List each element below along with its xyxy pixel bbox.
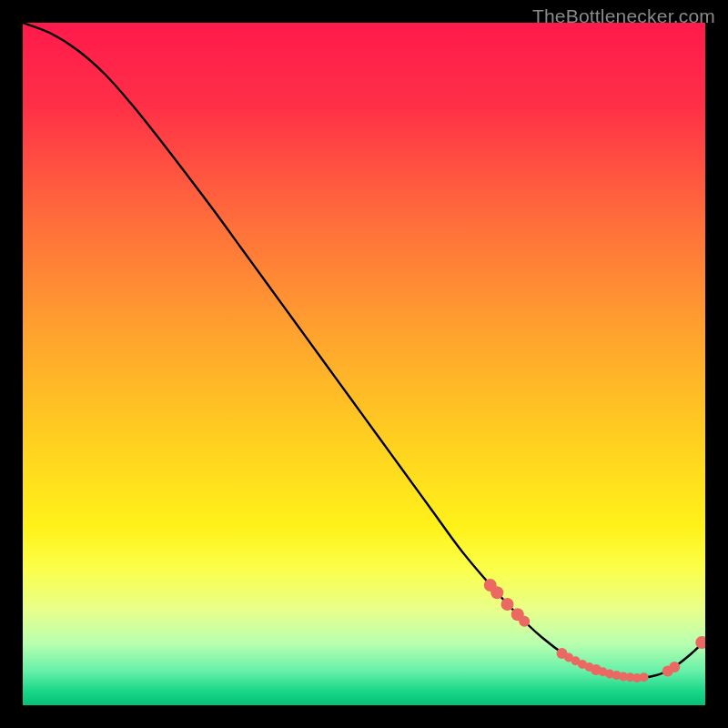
attribution-label: TheBottlenecker.com	[532, 5, 715, 27]
chart-stage: TheBottlenecker.com	[0, 0, 728, 728]
data-marker	[501, 598, 514, 611]
gradient-background	[23, 23, 705, 705]
data-marker	[669, 662, 680, 672]
data-marker	[640, 672, 649, 682]
data-marker	[519, 616, 530, 627]
bottleneck-chart	[23, 23, 705, 705]
data-marker	[490, 586, 503, 599]
